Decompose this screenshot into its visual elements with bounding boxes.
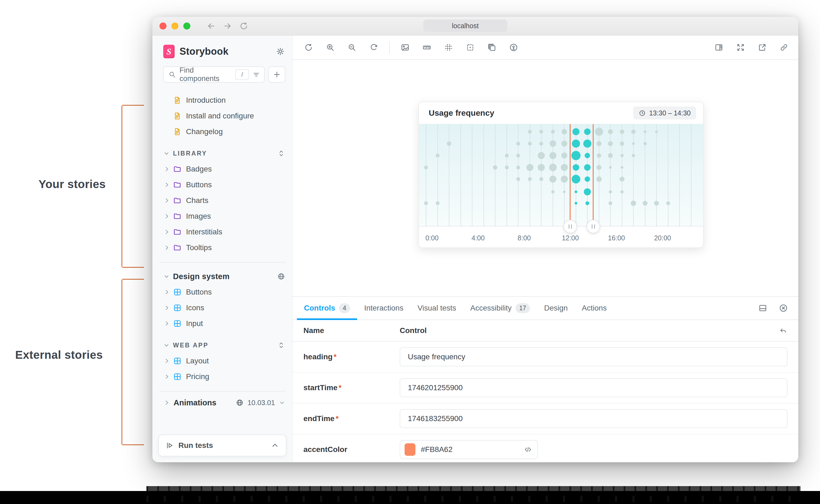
- grid-icon[interactable]: [444, 43, 453, 52]
- sidebar-item-interstitials[interactable]: Interstitials: [163, 224, 285, 240]
- sidebar-item-changelog[interactable]: Changelog: [163, 124, 285, 140]
- chart-dot: [620, 130, 624, 134]
- column-name: Name: [292, 326, 400, 335]
- forward-icon[interactable]: [223, 21, 232, 31]
- panel-position-icon[interactable]: [758, 303, 767, 313]
- close-window-button[interactable]: [159, 22, 166, 30]
- chevron-right-icon: [163, 320, 170, 327]
- sidebar-item-label: Charts: [186, 196, 208, 205]
- chart-dot: [584, 188, 591, 195]
- chart-dot: [597, 153, 601, 158]
- chart-dot: [561, 176, 568, 183]
- animations-label: Animations: [173, 398, 216, 407]
- chart-dot: [539, 177, 543, 181]
- sidebar-item-badges[interactable]: Badges: [163, 161, 285, 177]
- selection-handle[interactable]: [564, 220, 577, 233]
- startTime-input[interactable]: 1746201255900: [400, 378, 787, 397]
- sidebar-item-tooltips[interactable]: Tooltips: [163, 240, 285, 256]
- sidebar-item-input[interactable]: Input: [163, 316, 285, 331]
- gear-icon[interactable]: [275, 47, 285, 56]
- annotation-your-stories: Your stories: [38, 178, 106, 191]
- endTime-input[interactable]: 1746183255900: [400, 409, 787, 428]
- outline-icon[interactable]: [466, 43, 475, 52]
- section-library[interactable]: LIBRARY: [163, 146, 285, 161]
- sidebar-item-images[interactable]: Images: [163, 208, 285, 224]
- expand-collapse-icon[interactable]: [277, 149, 285, 157]
- tab-visual-tests[interactable]: Visual tests: [411, 297, 464, 319]
- annotation-bracket-external-stories: [121, 280, 144, 444]
- control-name: startTime*: [292, 383, 400, 392]
- zoom-in-icon[interactable]: [326, 43, 335, 52]
- sidebar-item-buttons[interactable]: Buttons: [163, 177, 285, 193]
- sidebar-item-charts[interactable]: Charts: [163, 193, 285, 208]
- color-swatch[interactable]: [404, 443, 416, 456]
- run-tests-button[interactable]: Run tests: [158, 435, 286, 456]
- desktop-bottom-teeth: [146, 496, 800, 502]
- accentColor-control[interactable]: #FB8A62: [400, 440, 538, 459]
- sidebar-divider: [159, 391, 285, 392]
- usage-frequency-widget: Usage frequency 13:30 – 14:30 0:004:008:…: [419, 102, 704, 248]
- selection-handle[interactable]: [587, 220, 600, 233]
- tab-interactions[interactable]: Interactions: [357, 297, 411, 319]
- panel-right-icon[interactable]: [714, 43, 724, 52]
- canvas-toolbar: [292, 35, 798, 60]
- axis-tick-label: 16:00: [608, 234, 625, 242]
- reset-controls-icon[interactable]: [779, 326, 787, 335]
- zoom-reset-icon[interactable]: [369, 43, 378, 52]
- back-icon[interactable]: [207, 21, 216, 31]
- zoom-window-button[interactable]: [183, 22, 190, 30]
- remount-icon[interactable]: [304, 43, 313, 52]
- chart-dot: [572, 175, 580, 183]
- control-name-label: heading: [303, 353, 332, 361]
- tab-design[interactable]: Design: [537, 297, 575, 319]
- reload-icon[interactable]: [239, 21, 248, 31]
- tab-actions[interactable]: Actions: [575, 297, 614, 319]
- code-icon[interactable]: [524, 445, 532, 454]
- chart-dot: [561, 153, 567, 159]
- measure-icon[interactable]: [422, 43, 432, 52]
- backgrounds-icon[interactable]: [400, 43, 410, 52]
- sidebar-item-install-and-configure[interactable]: Install and configure: [163, 108, 285, 124]
- compare-icon[interactable]: [487, 43, 497, 52]
- chart-dot: [539, 130, 543, 134]
- tab-controls[interactable]: Controls4: [297, 297, 357, 319]
- section-web-app[interactable]: WEB APP: [163, 337, 285, 353]
- filter-icon[interactable]: [252, 70, 260, 79]
- chevron-down-icon[interactable]: [279, 399, 285, 406]
- chart-dot: [424, 201, 428, 205]
- section-design-system[interactable]: Design system: [163, 269, 285, 284]
- open-new-tab-icon[interactable]: [758, 43, 767, 52]
- control-row-endtime: endTime*1746183255900: [292, 403, 798, 434]
- sidebar-item-introduction[interactable]: Introduction: [163, 92, 285, 108]
- expand-collapse-icon[interactable]: [277, 341, 285, 349]
- sidebar-item-animations[interactable]: Animations 10.03.01: [163, 394, 285, 411]
- heading-input[interactable]: Usage frequency: [400, 347, 787, 366]
- sidebar-item-buttons[interactable]: Buttons: [163, 284, 285, 300]
- chart-dot: [539, 142, 543, 146]
- minimize-window-button[interactable]: [171, 22, 178, 30]
- address-bar[interactable]: localhost: [423, 20, 507, 32]
- sidebar-item-pricing[interactable]: Pricing: [163, 369, 285, 385]
- fullscreen-icon[interactable]: [736, 43, 745, 52]
- accessibility-icon[interactable]: [509, 43, 518, 52]
- addons-panel: Controls4InteractionsVisual testsAccessi…: [292, 296, 798, 462]
- search-input[interactable]: Find components /: [163, 66, 265, 83]
- search-shortcut-key: /: [235, 69, 249, 80]
- chevron-up-icon[interactable]: [271, 441, 279, 450]
- chart-gridline: [541, 124, 542, 226]
- control-name: heading*: [292, 353, 400, 361]
- zoom-out-icon[interactable]: [347, 43, 356, 52]
- copy-link-icon[interactable]: [779, 43, 789, 52]
- chart-dot: [631, 130, 636, 134]
- tab-label: Actions: [582, 304, 607, 312]
- chart-dot: [561, 141, 567, 147]
- axis-tick-label: 8:00: [518, 234, 531, 242]
- close-panel-icon[interactable]: [779, 303, 788, 313]
- chart-gridline: [449, 124, 449, 226]
- sidebar-item-icons[interactable]: Icons: [163, 300, 285, 316]
- chevron-right-icon: [163, 289, 170, 296]
- create-story-button[interactable]: [268, 66, 285, 83]
- sidebar-item-layout[interactable]: Layout: [163, 353, 285, 369]
- globe-icon: [277, 272, 285, 280]
- tab-accessibility[interactable]: Accessibility17: [463, 297, 537, 319]
